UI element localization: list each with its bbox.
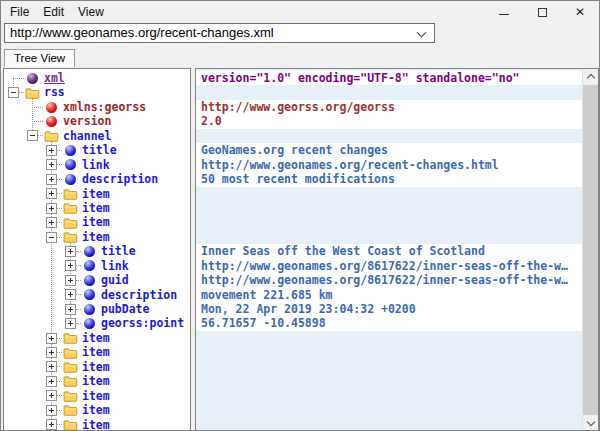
- window-controls: ✕: [485, 1, 599, 23]
- expand-plus-icon[interactable]: [46, 347, 57, 358]
- menu-file[interactable]: File: [3, 2, 36, 22]
- expand-plus-icon[interactable]: [46, 390, 57, 401]
- element-icon: [81, 259, 97, 272]
- collapse-minus-icon[interactable]: [8, 87, 19, 98]
- tree-connector: [57, 376, 62, 387]
- tree-node-xml[interactable]: xml: [4, 71, 190, 85]
- expand-plus-icon[interactable]: [46, 361, 57, 372]
- vertical-scrollbar[interactable]: [582, 69, 598, 431]
- element-icon: [81, 245, 97, 258]
- expand-plus-icon[interactable]: [46, 174, 57, 185]
- collapse-minus-icon[interactable]: [27, 130, 38, 141]
- tree-node-item[interactable]: item: [4, 374, 190, 388]
- value-row-empty: [196, 331, 583, 345]
- folder-icon: [62, 346, 78, 359]
- tree-node-item[interactable]: item: [4, 215, 190, 229]
- folder-icon: [62, 216, 78, 229]
- expand-plus-icon[interactable]: [65, 246, 76, 257]
- element-icon: [81, 317, 97, 330]
- collapse-minus-icon[interactable]: [46, 232, 57, 243]
- tree-node-item[interactable]: item: [4, 230, 190, 244]
- tree-connector: [57, 145, 62, 156]
- tree-node-item[interactable]: item: [4, 187, 190, 201]
- expand-plus-icon[interactable]: [65, 260, 76, 271]
- value-row-empty: [196, 374, 583, 388]
- folder-icon: [62, 404, 78, 417]
- tree-node-item[interactable]: item: [4, 389, 190, 403]
- tree-node-item[interactable]: item: [4, 403, 190, 417]
- tree-node-label: link: [99, 259, 131, 273]
- tree-node-title[interactable]: title: [4, 244, 190, 258]
- maximize-button[interactable]: [523, 1, 561, 23]
- expand-plus-icon[interactable]: [46, 203, 57, 214]
- tree-connector: [19, 73, 24, 84]
- close-icon: ✕: [575, 6, 585, 18]
- tree-node-pubDate[interactable]: pubDate: [4, 302, 190, 316]
- tree-node-guid[interactable]: guid: [4, 273, 190, 287]
- tree-connector: [57, 347, 62, 358]
- xml-tree-panel[interactable]: xmlrssxmlns:georssversionchanneltitlelin…: [3, 68, 191, 431]
- expand-plus-icon[interactable]: [65, 275, 76, 286]
- tree-node-version[interactable]: version: [4, 114, 190, 128]
- tree-connector: [27, 116, 38, 127]
- expand-plus-icon[interactable]: [46, 159, 57, 170]
- close-button[interactable]: ✕: [561, 1, 599, 23]
- value-row: GeoNames.org recent changes: [196, 143, 583, 157]
- tree-node-item[interactable]: item: [4, 345, 190, 359]
- expand-plus-icon[interactable]: [46, 419, 57, 430]
- tree-node-label: pubDate: [99, 302, 151, 316]
- expand-plus-icon[interactable]: [46, 333, 57, 344]
- tree-node-label: xmlns:georss: [61, 100, 148, 114]
- folder-icon: [43, 129, 59, 142]
- tree-node-label: description: [80, 172, 160, 186]
- tree-node-channel[interactable]: channel: [4, 129, 190, 143]
- expand-plus-icon[interactable]: [46, 405, 57, 416]
- expand-plus-icon[interactable]: [46, 188, 57, 199]
- element-icon: [62, 173, 78, 186]
- scrollbar-thumb[interactable]: [583, 85, 598, 415]
- scroll-up-button[interactable]: [583, 69, 598, 84]
- tree-node-link[interactable]: link: [4, 259, 190, 273]
- value-row-empty: [196, 418, 583, 431]
- expand-plus-icon[interactable]: [65, 304, 76, 315]
- tree-node-rss[interactable]: rss: [4, 85, 190, 99]
- tree-node-description[interactable]: description: [4, 288, 190, 302]
- tree-node-georss-point[interactable]: georss:point: [4, 316, 190, 330]
- tree-node-link[interactable]: link: [4, 158, 190, 172]
- tree-node-xmlns-georss[interactable]: xmlns:georss: [4, 100, 190, 114]
- attribute-icon: [43, 115, 59, 128]
- tree-connector: [57, 390, 62, 401]
- tree-node-item[interactable]: item: [4, 418, 190, 431]
- tree-connector: [76, 246, 81, 257]
- expand-plus-icon[interactable]: [46, 145, 57, 156]
- menu-edit[interactable]: Edit: [36, 2, 71, 22]
- tree-node-label: item: [80, 403, 112, 417]
- tree-node-item[interactable]: item: [4, 331, 190, 345]
- tree-node-description[interactable]: description: [4, 172, 190, 186]
- menu-view[interactable]: View: [71, 2, 111, 22]
- tree-node-item[interactable]: item: [4, 360, 190, 374]
- expand-plus-icon[interactable]: [46, 376, 57, 387]
- folder-icon: [62, 389, 78, 402]
- tree-node-item[interactable]: item: [4, 201, 190, 215]
- tab-tree-view[interactable]: Tree View: [4, 49, 75, 67]
- value-row: 2.0: [196, 114, 583, 128]
- expand-plus-icon[interactable]: [46, 217, 57, 228]
- scroll-down-button[interactable]: [583, 416, 598, 431]
- value-row-empty: [196, 230, 583, 244]
- expand-plus-icon[interactable]: [65, 289, 76, 300]
- value-row: http://www.geonames.org/recent-changes.h…: [196, 158, 583, 172]
- folder-icon: [62, 187, 78, 200]
- url-combobox[interactable]: http://www.geonames.org/recent-changes.x…: [4, 23, 435, 43]
- tree-connector: [76, 318, 81, 329]
- tree-connector: [76, 304, 81, 315]
- element-icon: [81, 303, 97, 316]
- expand-plus-icon[interactable]: [65, 318, 76, 329]
- chevron-down-icon[interactable]: [417, 28, 427, 38]
- minimize-button[interactable]: [485, 1, 523, 23]
- tree-node-label: xml: [42, 71, 67, 85]
- value-row: Inner Seas off the West Coast of Scotlan…: [196, 244, 583, 258]
- value-row: http://www.georss.org/georss: [196, 100, 583, 114]
- value-row-empty: [196, 201, 583, 215]
- tree-node-title[interactable]: title: [4, 143, 190, 157]
